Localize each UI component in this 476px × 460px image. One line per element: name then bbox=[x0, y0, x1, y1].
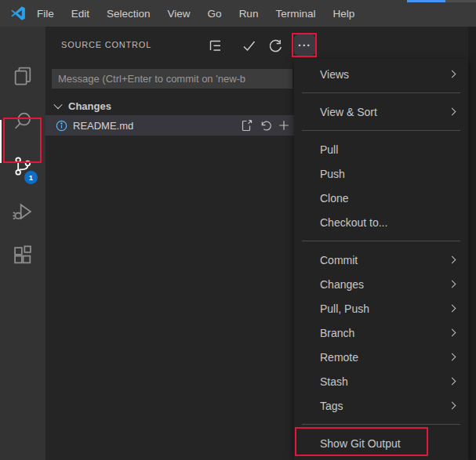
open-file-button[interactable] bbox=[239, 119, 253, 132]
menu-separator bbox=[302, 424, 460, 425]
menu-item-views[interactable]: Views bbox=[294, 62, 468, 86]
stage-changes-button[interactable] bbox=[277, 119, 290, 132]
open-file-icon bbox=[240, 119, 253, 132]
menubar-item-terminal[interactable]: Terminal bbox=[267, 0, 324, 27]
menu-item-label: Clone bbox=[320, 192, 349, 205]
chevron-right-icon bbox=[449, 71, 456, 78]
menu-separator bbox=[302, 241, 460, 241]
commit-button[interactable] bbox=[241, 38, 257, 54]
activity-bar: 1 bbox=[0, 27, 45, 460]
menu-item-view-and-sort[interactable]: View & Sort bbox=[294, 100, 468, 124]
top-blue-strip bbox=[407, 0, 445, 2]
check-icon bbox=[241, 38, 257, 54]
extensions-activity-button[interactable] bbox=[5, 237, 40, 273]
changes-section-header[interactable]: Changes bbox=[55, 97, 111, 114]
menu-item-checkout-to[interactable]: Checkout to... bbox=[294, 210, 468, 234]
menu-item-commit[interactable]: Commit bbox=[294, 248, 468, 272]
annotation-box-more-actions bbox=[292, 33, 317, 57]
menu-item-label: Branch bbox=[320, 327, 354, 339]
chevron-right-icon bbox=[449, 402, 456, 410]
menubar-item-run[interactable]: Run bbox=[231, 0, 267, 27]
active-view-indicator bbox=[0, 120, 2, 163]
menu-bar: File Edit Selection View Go Run Terminal… bbox=[28, 0, 363, 27]
menu-item-clone[interactable]: Clone bbox=[294, 186, 468, 210]
discard-changes-button[interactable] bbox=[258, 119, 271, 132]
vscode-window: File Edit Selection View Go Run Terminal… bbox=[0, 0, 476, 460]
menu-separator bbox=[302, 130, 460, 131]
title-bar: File Edit Selection View Go Run Terminal… bbox=[0, 0, 476, 27]
menu-item-label: Push bbox=[320, 168, 345, 180]
editor-background-strip bbox=[468, 27, 476, 460]
menu-item-push[interactable]: Push bbox=[294, 161, 468, 186]
menu-item-tags[interactable]: Tags bbox=[294, 393, 468, 418]
menu-item-branch[interactable]: Branch bbox=[294, 321, 468, 345]
discard-changes-icon bbox=[259, 119, 271, 132]
chevron-right-icon bbox=[449, 256, 456, 264]
annotation-box-source-control bbox=[3, 118, 42, 163]
menu-item-changes[interactable]: Changes bbox=[294, 272, 468, 296]
menu-item-label: View & Sort bbox=[320, 106, 377, 118]
extensions-icon bbox=[12, 244, 34, 266]
explorer-activity-button[interactable] bbox=[5, 58, 40, 94]
menubar-item-file[interactable]: File bbox=[28, 0, 63, 27]
file-name: README.md bbox=[73, 120, 133, 132]
vscode-logo-icon bbox=[10, 5, 26, 21]
menu-item-label: Stash bbox=[320, 375, 348, 388]
menu-item-label: Pull, Push bbox=[320, 302, 369, 315]
chevron-right-icon bbox=[449, 378, 456, 386]
chevron-right-icon bbox=[449, 281, 456, 288]
menu-item-label: Tags bbox=[320, 400, 343, 412]
chevron-right-icon bbox=[449, 329, 456, 337]
view-as-tree-button[interactable] bbox=[207, 38, 223, 54]
menu-item-pull[interactable]: Pull bbox=[294, 137, 468, 161]
tree-icon bbox=[207, 38, 223, 54]
menu-item-label: Pull bbox=[320, 143, 338, 156]
menu-separator bbox=[302, 92, 460, 93]
changes-section-label: Changes bbox=[68, 100, 111, 112]
chevron-right-icon bbox=[449, 353, 456, 361]
menu-item-label: Views bbox=[320, 68, 349, 81]
refresh-icon bbox=[267, 38, 284, 54]
file-row-readme[interactable]: README.md bbox=[45, 115, 296, 136]
commit-message-input[interactable] bbox=[52, 69, 293, 89]
panel-title: SOURCE CONTROL bbox=[61, 40, 151, 49]
menu-item-remote[interactable]: Remote bbox=[294, 345, 468, 369]
menu-item-label: Checkout to... bbox=[320, 216, 387, 229]
chevron-right-icon bbox=[449, 108, 456, 116]
source-control-badge: 1 bbox=[24, 171, 38, 184]
menu-item-label: Commit bbox=[320, 254, 358, 266]
menubar-item-help[interactable]: Help bbox=[324, 0, 363, 27]
menu-item-label: Changes bbox=[320, 278, 364, 291]
menu-item-pull-push[interactable]: Pull, Push bbox=[294, 296, 468, 321]
refresh-button[interactable] bbox=[267, 38, 284, 54]
menu-item-label: Remote bbox=[320, 351, 358, 364]
menubar-item-selection[interactable]: Selection bbox=[98, 0, 159, 27]
menubar-item-edit[interactable]: Edit bbox=[63, 0, 98, 27]
info-icon bbox=[56, 120, 67, 132]
run-debug-activity-button[interactable] bbox=[5, 194, 40, 230]
menubar-item-go[interactable]: Go bbox=[199, 0, 231, 27]
chevron-right-icon bbox=[449, 305, 456, 313]
run-debug-icon bbox=[12, 201, 34, 223]
more-actions-context-menu: Views View & Sort Pull Push Clone Checko… bbox=[294, 59, 468, 460]
files-icon bbox=[12, 65, 34, 87]
top-gray-strip bbox=[445, 0, 476, 2]
annotation-box-show-git-output bbox=[295, 427, 428, 456]
menu-item-stash[interactable]: Stash bbox=[294, 369, 468, 393]
source-control-panel: SOURCE CONTROL ··· Changes bbox=[45, 27, 296, 460]
plus-icon bbox=[278, 119, 290, 132]
chevron-down-icon bbox=[53, 100, 62, 109]
menubar-item-view[interactable]: View bbox=[159, 0, 199, 27]
